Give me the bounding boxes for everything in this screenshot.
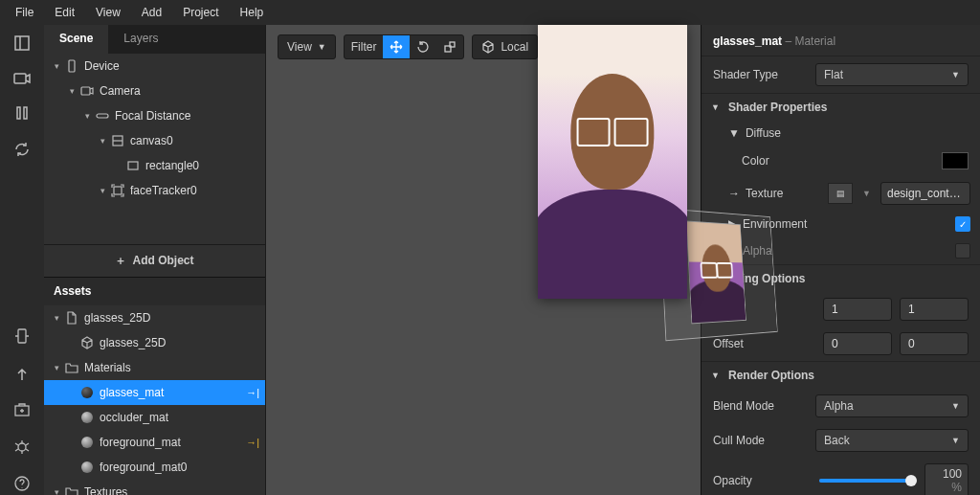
- device-icon: [63, 59, 80, 73]
- up-arrow-icon[interactable]: [15, 367, 29, 385]
- move-tool[interactable]: [383, 35, 410, 58]
- sphere-icon: [78, 461, 96, 473]
- plus-icon: ＋: [115, 253, 126, 269]
- canvas-icon: [109, 134, 126, 147]
- add-object-button[interactable]: ＋ Add Object: [44, 244, 265, 277]
- chevron-down-icon[interactable]: ▼: [858, 189, 875, 198]
- tree-row[interactable]: foreground_mat0: [44, 455, 265, 480]
- inspector-name: glasses_mat: [713, 34, 782, 48]
- shader-props-label: Shader Properties: [728, 101, 827, 114]
- blend-label: Blend Mode: [713, 399, 808, 413]
- menu-help[interactable]: Help: [231, 2, 274, 23]
- badge: →|: [246, 437, 259, 448]
- tree-row[interactable]: ▾Camera: [44, 79, 265, 103]
- tile-x-input[interactable]: 1: [823, 298, 892, 321]
- subsection-diffuse[interactable]: ▼Diffuse: [702, 121, 980, 146]
- badge: →|: [246, 387, 259, 398]
- bug-icon[interactable]: [13, 438, 31, 458]
- shader-type-select[interactable]: Flat▼: [815, 63, 969, 86]
- tree-row[interactable]: occluder_mat: [44, 405, 265, 430]
- svg-rect-2: [14, 74, 26, 83]
- section-render[interactable]: ▼Render Options: [702, 361, 980, 389]
- svg-rect-3: [17, 107, 20, 119]
- tree-row[interactable]: ▾canvas0: [44, 128, 265, 153]
- menu-view[interactable]: View: [86, 2, 130, 23]
- rect-icon: [124, 159, 142, 172]
- sphere-icon: [78, 437, 96, 448]
- tree-row[interactable]: foreground_mat→|: [44, 430, 265, 455]
- tab-layers[interactable]: Layers: [108, 25, 173, 54]
- chevron-icon: ▾: [50, 487, 63, 496]
- cull-value: Back: [824, 434, 850, 447]
- simulator-preview: [538, 25, 687, 299]
- tile-y-input[interactable]: 1: [900, 298, 969, 321]
- camera-icon[interactable]: [13, 72, 31, 88]
- tree-row[interactable]: glasses_mat→|: [44, 380, 265, 405]
- manipulator-group: Filter: [344, 34, 465, 59]
- section-shader-properties[interactable]: ▼Shader Properties: [702, 93, 980, 121]
- opacity-slider[interactable]: [819, 479, 912, 483]
- tab-scene[interactable]: Scene: [44, 25, 108, 54]
- menu-project[interactable]: Project: [173, 2, 228, 23]
- tree-row[interactable]: ▾faceTracker0: [44, 178, 265, 203]
- opacity-value[interactable]: 100 %: [924, 463, 969, 495]
- color-swatch[interactable]: [942, 152, 969, 169]
- tree-label: glasses_25D: [100, 336, 166, 349]
- tree-row[interactable]: ▾Device: [44, 54, 265, 79]
- add-library-icon[interactable]: [13, 402, 31, 420]
- render-label: Render Options: [728, 369, 814, 382]
- offset-y-input[interactable]: 0: [900, 332, 969, 355]
- help-icon[interactable]: [13, 475, 31, 495]
- tree-row[interactable]: rectangle0: [44, 153, 265, 178]
- tree-label: Textures: [84, 485, 127, 496]
- tree-row[interactable]: glasses_25D: [44, 330, 265, 355]
- link-arrow-icon: →: [728, 187, 740, 200]
- svg-rect-0: [15, 36, 29, 50]
- texture-thumb[interactable]: ▤: [828, 183, 853, 204]
- chevron-icon: ▾: [80, 111, 94, 121]
- sync-icon[interactable]: [13, 141, 31, 161]
- opacity-label: Opacity: [713, 474, 806, 487]
- alpha-label: Alpha: [743, 244, 949, 258]
- viewport[interactable]: View▼ Filter Local: [266, 25, 701, 495]
- file-icon: [63, 311, 80, 325]
- sphere-icon: [78, 412, 96, 423]
- svg-rect-15: [114, 187, 122, 194]
- texture-select[interactable]: design_control...: [880, 182, 970, 205]
- sphere-dark-icon: [78, 387, 96, 398]
- viewport-toolbar: View▼ Filter Local: [278, 34, 538, 59]
- pause-icon[interactable]: [15, 105, 29, 124]
- offset-x-input[interactable]: 0: [823, 332, 892, 355]
- menu-edit[interactable]: Edit: [45, 2, 84, 23]
- tree-row[interactable]: ▾glasses_25D: [44, 305, 265, 330]
- inspector-type: – Material: [782, 34, 835, 48]
- view-label: View: [287, 40, 312, 54]
- menu-add[interactable]: Add: [132, 2, 171, 23]
- menu-file[interactable]: File: [6, 2, 43, 23]
- tree-row[interactable]: ▾Textures: [44, 480, 265, 496]
- menubar: File Edit View Add Project Help: [0, 0, 980, 25]
- cull-mode-select[interactable]: Back▼: [815, 429, 969, 452]
- local-toggle[interactable]: Local: [472, 34, 538, 59]
- scene-tree: ▾Device▾Camera▾Focal Distance▾canvas0rec…: [44, 54, 265, 244]
- environment-checkbox[interactable]: ✓: [955, 216, 970, 232]
- layout-icon[interactable]: [13, 34, 31, 55]
- filter-button[interactable]: Filter: [345, 35, 384, 58]
- tree-row[interactable]: ▾Focal Distance: [44, 103, 265, 128]
- chevron-down-icon: ▼: [711, 102, 723, 112]
- blend-mode-select[interactable]: Alpha▼: [815, 394, 969, 417]
- left-tabs: Scene Layers: [44, 25, 265, 54]
- cube-icon: [78, 336, 96, 349]
- chevron-icon: ▾: [96, 136, 109, 146]
- texture-label: Texture: [746, 187, 822, 200]
- device-icon[interactable]: [14, 327, 30, 349]
- svg-rect-5: [18, 329, 26, 343]
- tree-row[interactable]: ▾Materials: [44, 355, 265, 380]
- rotate-tool[interactable]: [410, 35, 436, 58]
- focal-icon: [94, 109, 111, 123]
- svg-rect-11: [97, 114, 108, 118]
- scale-tool[interactable]: [436, 35, 463, 58]
- alpha-checkbox[interactable]: [955, 243, 970, 259]
- tree-label: foreground_mat0: [100, 461, 187, 474]
- view-dropdown[interactable]: View▼: [278, 34, 336, 59]
